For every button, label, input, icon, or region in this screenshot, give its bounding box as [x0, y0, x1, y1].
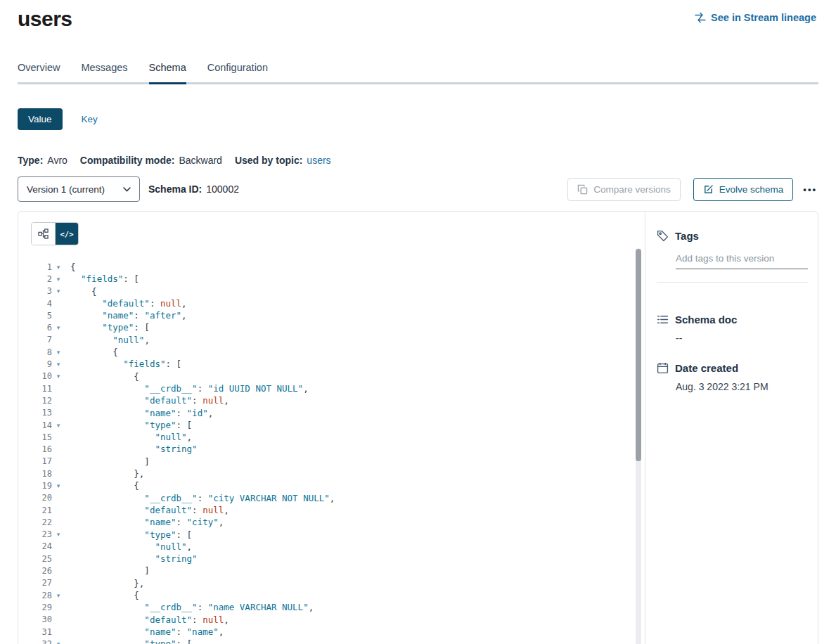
line-number: 19 — [25, 481, 52, 491]
code-text: "name": "name", — [70, 626, 224, 638]
schema-doc-title: Schema doc — [675, 314, 737, 326]
tree-view-button[interactable] — [32, 223, 55, 245]
line-number: 5 — [25, 311, 52, 321]
sidebar-divider — [657, 282, 808, 283]
line-number: 26 — [25, 566, 52, 576]
chevron-down-icon — [123, 187, 131, 192]
tags-input[interactable] — [676, 252, 808, 269]
code-line: 24 "null", — [25, 541, 645, 553]
line-number: 15 — [25, 432, 52, 442]
tags-section-header: Tags — [657, 230, 808, 242]
line-number: 22 — [25, 517, 52, 527]
tab-messages[interactable]: Messages — [81, 62, 127, 82]
calendar-icon — [657, 362, 669, 374]
editor-scrollbar[interactable] — [636, 248, 641, 644]
type-value: Avro — [47, 155, 67, 166]
fold-arrow-icon[interactable]: ▾ — [52, 264, 65, 271]
code-text: "type": [ — [70, 529, 192, 541]
more-options-button[interactable]: ••• — [802, 180, 818, 199]
fold-arrow-icon[interactable]: ▾ — [52, 592, 65, 599]
fold-arrow-icon[interactable]: ▾ — [52, 373, 65, 380]
schema-meta: Type: Avro Compatibility mode: Backward … — [18, 155, 818, 166]
code-line: 1▾{ — [25, 261, 645, 273]
fold-arrow-icon[interactable]: ▾ — [52, 361, 65, 368]
code-view-button[interactable]: </> — [55, 223, 78, 245]
code-line: 2▾ "fields": [ — [25, 273, 645, 285]
fold-arrow-icon[interactable]: ▾ — [52, 640, 65, 644]
code-text: ] — [70, 565, 150, 577]
code-lines: 1▾{2▾ "fields": [3▾ {4 "default": null,5… — [25, 261, 645, 644]
line-number: 7 — [25, 335, 52, 344]
line-number: 12 — [25, 396, 52, 406]
line-number: 32 — [25, 639, 52, 644]
fold-arrow-icon[interactable]: ▾ — [52, 482, 65, 489]
tab-configuration[interactable]: Configuration — [207, 62, 268, 82]
tags-title: Tags — [675, 230, 699, 242]
line-number: 13 — [25, 408, 52, 418]
scrollbar-thumb[interactable] — [636, 249, 641, 461]
code-line: 22 "name": "city", — [25, 516, 645, 528]
line-number: 2 — [25, 274, 52, 284]
line-number: 24 — [25, 541, 52, 551]
fold-arrow-icon[interactable]: ▾ — [52, 324, 65, 331]
code-line: 25 "string" — [25, 553, 645, 565]
code-line: 11 "__crdb__": "id UUID NOT NULL", — [25, 382, 645, 394]
compatibility-label: Compatibility mode: — [80, 155, 175, 166]
editor-view-toggle: </> — [31, 222, 79, 245]
line-number: 21 — [25, 505, 52, 515]
compare-versions-button[interactable]: Compare versions — [567, 178, 681, 201]
stream-lineage-icon — [695, 12, 706, 23]
fold-arrow-icon[interactable]: ▾ — [52, 276, 65, 283]
line-number: 10 — [25, 371, 52, 381]
schema-doc-value: -- — [676, 333, 808, 344]
code-line: 15 "null", — [25, 431, 645, 443]
code-line: 4 "default": null, — [25, 297, 645, 309]
code-line: 3▾ { — [25, 285, 645, 297]
code-text: }, — [70, 577, 144, 589]
line-number: 28 — [25, 591, 52, 600]
schema-editor: </> 1▾{2▾ "fields": [3▾ {4 "default": nu… — [18, 212, 645, 644]
code-line: 28▾ { — [25, 589, 645, 601]
compare-icon — [577, 184, 588, 195]
code-text: "name": "after", — [70, 309, 187, 321]
code-line: 31 "name": "name", — [25, 626, 645, 638]
evolve-schema-label: Evolve schema — [719, 184, 784, 195]
code-text: "__crdb__": "name VARCHAR NULL", — [70, 601, 314, 613]
type-label: Type: — [18, 155, 43, 166]
line-number: 3 — [25, 286, 52, 296]
code-line: 23▾ "type": [ — [25, 529, 645, 541]
code-text: "null", — [70, 541, 192, 553]
code-line: 8▾ { — [25, 346, 645, 358]
code-text: "string" — [70, 553, 198, 565]
tab-schema[interactable]: Schema — [149, 62, 186, 82]
code-line: 7 "null", — [25, 334, 645, 346]
fold-arrow-icon[interactable]: ▾ — [52, 349, 65, 356]
code-text: "null", — [70, 431, 192, 443]
line-number: 30 — [25, 614, 52, 624]
evolve-schema-button[interactable]: Evolve schema — [693, 178, 794, 201]
line-number: 6 — [25, 323, 52, 333]
fold-arrow-icon[interactable]: ▾ — [52, 422, 65, 429]
schema-doc-icon — [657, 314, 669, 326]
key-tab-link[interactable]: Key — [82, 114, 98, 124]
value-tab-button[interactable]: Value — [18, 108, 63, 130]
code-text: "default": null, — [70, 394, 229, 406]
code-text: "name": "id", — [70, 407, 213, 419]
topic-link[interactable]: users — [307, 155, 330, 166]
code-text: { — [70, 371, 139, 382]
line-number: 4 — [25, 299, 52, 309]
date-created-title: Date created — [675, 362, 738, 374]
version-select[interactable]: Version 1 (current) — [18, 176, 140, 202]
tab-overview[interactable]: Overview — [18, 62, 60, 82]
line-number: 18 — [25, 469, 52, 479]
fold-arrow-icon[interactable]: ▾ — [52, 288, 65, 295]
line-number: 8 — [25, 347, 52, 357]
code-text: "fields": [ — [70, 358, 181, 370]
fold-arrow-icon[interactable]: ▾ — [52, 531, 65, 538]
schema-id-value: 100002 — [206, 183, 239, 195]
compare-versions-label: Compare versions — [593, 184, 671, 195]
stream-lineage-link[interactable]: See in Stream lineage — [695, 12, 816, 23]
stream-lineage-label: See in Stream lineage — [711, 12, 816, 23]
line-number: 1 — [25, 262, 52, 272]
code-line: 14▾ "type": [ — [25, 419, 645, 431]
